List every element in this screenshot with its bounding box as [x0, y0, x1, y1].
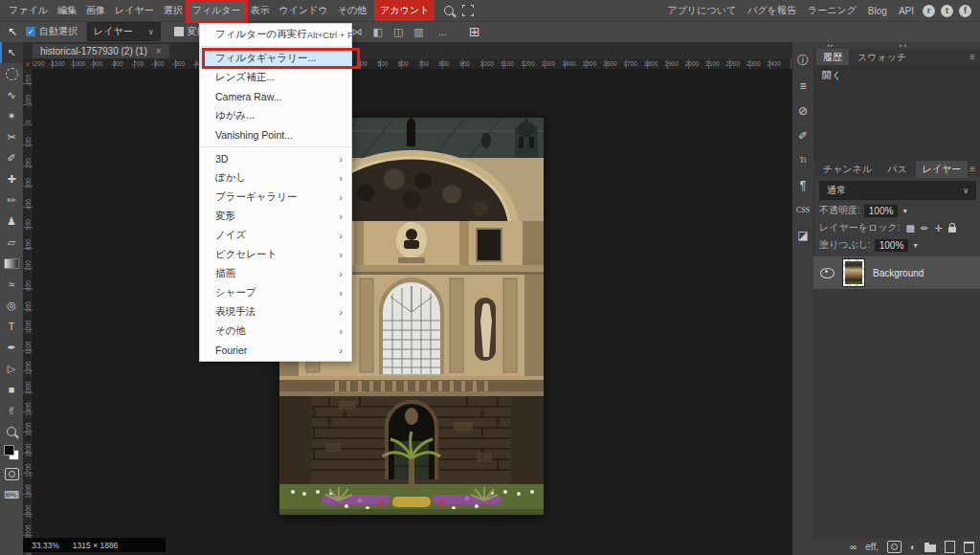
layers-tab[interactable]: パス [880, 161, 913, 178]
lock-transparency-icon[interactable]: ▩ [905, 223, 914, 233]
menubar-item[interactable]: その他 [333, 0, 371, 21]
menubar-link[interactable]: アプリについて [662, 4, 743, 17]
marquee-select-tool[interactable] [0, 63, 23, 84]
filter-menu-item[interactable]: ぼかし› [200, 168, 351, 188]
type-tool[interactable]: T [0, 316, 23, 337]
menubar-item[interactable]: 画像 [81, 0, 110, 21]
menubar-link[interactable]: バグを報告 [742, 4, 802, 17]
filter-menu-item[interactable]: その他› [200, 322, 351, 341]
layer-visibility-eye-icon[interactable] [820, 268, 835, 278]
opacity-value[interactable]: 100% [864, 205, 899, 217]
new-layer-icon[interactable] [945, 541, 955, 553]
auto-select-checkbox[interactable]: ✓ [26, 27, 35, 36]
paragraph-panel-icon[interactable]: ¶ [792, 173, 813, 198]
layer-name[interactable]: Background [873, 268, 924, 278]
character-panel-icon[interactable]: Tt [792, 148, 813, 173]
layer-row-background[interactable]: Background [813, 256, 980, 289]
healing-brush-tool[interactable]: ✚ [0, 168, 23, 189]
shape-tool[interactable]: ■ [0, 379, 23, 400]
filter-menu-item[interactable]: 表現手法› [200, 302, 351, 322]
menubar-item[interactable]: フィルター [188, 0, 246, 21]
menubar-link[interactable]: ラーニング [802, 4, 862, 17]
align-right-icon[interactable]: ▥ [413, 26, 423, 38]
magic-wand-tool[interactable]: ✶ [0, 105, 23, 126]
menubar-item[interactable]: 編集 [53, 0, 81, 21]
filter-menu-item[interactable]: Fourier› [200, 341, 351, 360]
fullscreen-icon[interactable] [462, 5, 474, 16]
facebook-icon[interactable]: f [959, 5, 971, 17]
panel-menu-icon[interactable]: ≡ [969, 52, 975, 62]
canvas-workspace[interactable] [33, 69, 792, 555]
filter-menu-item[interactable]: フィルターの再実行Alt+Ctrl + F [200, 25, 351, 44]
image-panel-icon[interactable]: ◪ [792, 223, 813, 248]
eyedropper-tool[interactable]: ✐ [0, 147, 23, 168]
gradient-tool[interactable] [0, 253, 23, 274]
path-select-tool[interactable]: ▷ [0, 358, 23, 379]
filter-menu-item[interactable]: ノイズ› [200, 226, 351, 245]
dodge-tool[interactable]: ◎ [0, 295, 23, 316]
properties-icon[interactable]: ≡ [792, 74, 813, 99]
vertical-ruler[interactable]: -200-10001002003004005006007008009001000… [23, 69, 33, 555]
layer-effects-icon[interactable]: eff, [865, 542, 879, 552]
arrange-windows-icon[interactable]: ⊞ [469, 24, 480, 39]
filter-menu-item[interactable]: シャープ› [200, 283, 351, 302]
add-mask-icon[interactable] [887, 541, 902, 553]
pen-tool[interactable]: ✒ [0, 337, 23, 358]
reddit-icon[interactable]: r [923, 5, 935, 17]
navigator-icon[interactable]: ⊘ [792, 99, 813, 123]
menubar-item[interactable]: ファイル [4, 0, 53, 21]
menubar-item[interactable]: レイヤー [110, 0, 159, 21]
menubar-link[interactable]: Blog [862, 6, 893, 16]
delete-layer-icon[interactable] [964, 542, 974, 553]
blend-mode-select[interactable]: 通常 ∨ [819, 181, 976, 200]
eraser-tool[interactable]: ▱ [0, 232, 23, 253]
info-icon[interactable]: ⓘ [792, 49, 813, 74]
menubar-item[interactable]: 表示 [246, 0, 275, 21]
link-layers-icon[interactable]: ∞ [850, 542, 857, 552]
zoom-level[interactable]: 33.33% [32, 541, 59, 550]
filter-menu-item[interactable]: フィルタギャラリー... [200, 49, 351, 68]
color-swatches[interactable] [0, 442, 23, 463]
align-left-icon[interactable]: ◧ [372, 26, 382, 38]
filter-menu-item[interactable]: ゆがみ... [200, 106, 351, 125]
move-tool[interactable]: ↖ [0, 42, 23, 63]
filter-menu-item[interactable]: Camera Raw... [200, 87, 351, 106]
history-entry[interactable]: 開く [813, 65, 980, 86]
twitter-icon[interactable]: t [941, 5, 953, 17]
filter-menu-item[interactable]: ピクセレート› [200, 245, 351, 264]
layers-tab[interactable]: チャンネル [816, 161, 879, 178]
zoom-tool[interactable] [0, 421, 23, 442]
dropdown-triangle-icon[interactable]: ▼ [902, 208, 908, 214]
filter-menu-item[interactable]: Vanishing Point... [200, 125, 351, 144]
menubar-link[interactable]: API [893, 6, 920, 16]
panel-menu-icon[interactable]: ≡ [969, 164, 975, 174]
css-panel-icon[interactable]: CSS [792, 198, 813, 223]
account-button[interactable]: アカウント [374, 0, 434, 21]
history-tab[interactable]: 履歴 [816, 49, 849, 66]
filter-menu-item[interactable]: レンズ補正... [200, 68, 351, 87]
virtual-keyboard-toggle[interactable]: ⌨ [0, 484, 23, 505]
menubar-item[interactable]: 選択 [159, 0, 188, 21]
brush-panel-icon[interactable]: ✐ [792, 123, 813, 148]
hand-tool[interactable]: ✌ [0, 400, 23, 421]
lock-position-icon[interactable]: ✛ [934, 223, 942, 233]
menubar-item[interactable]: ウインドウ [275, 0, 333, 21]
ruler-origin[interactable]: 0 [23, 59, 33, 69]
target-select[interactable]: レイヤー ∨ [87, 22, 161, 41]
lock-all-icon[interactable] [948, 227, 956, 233]
horizontal-ruler[interactable]: -1200-1100-1000-900-800-700-600-500-400-… [33, 59, 792, 70]
filter-menu-item[interactable]: 3D› [200, 149, 351, 168]
history-tab[interactable]: スウォッチ [851, 49, 913, 66]
layers-tab[interactable]: レイヤー [916, 161, 969, 178]
mask-mode-tool[interactable] [0, 463, 23, 484]
close-icon[interactable]: × [156, 46, 162, 56]
search-icon[interactable] [444, 6, 454, 15]
align-center-icon[interactable]: ◫ [393, 26, 403, 38]
lasso-tool[interactable]: ∿ [0, 84, 23, 105]
filter-menu-item[interactable]: 描画› [200, 264, 351, 283]
dropdown-triangle-icon[interactable]: ▼ [912, 242, 919, 249]
smudge-tool[interactable]: ≈ [0, 274, 23, 295]
filter-menu-item[interactable]: 変形› [200, 207, 351, 226]
brush-tool[interactable]: ✏ [0, 189, 23, 211]
clone-stamp-tool[interactable]: ♟ [0, 211, 23, 232]
